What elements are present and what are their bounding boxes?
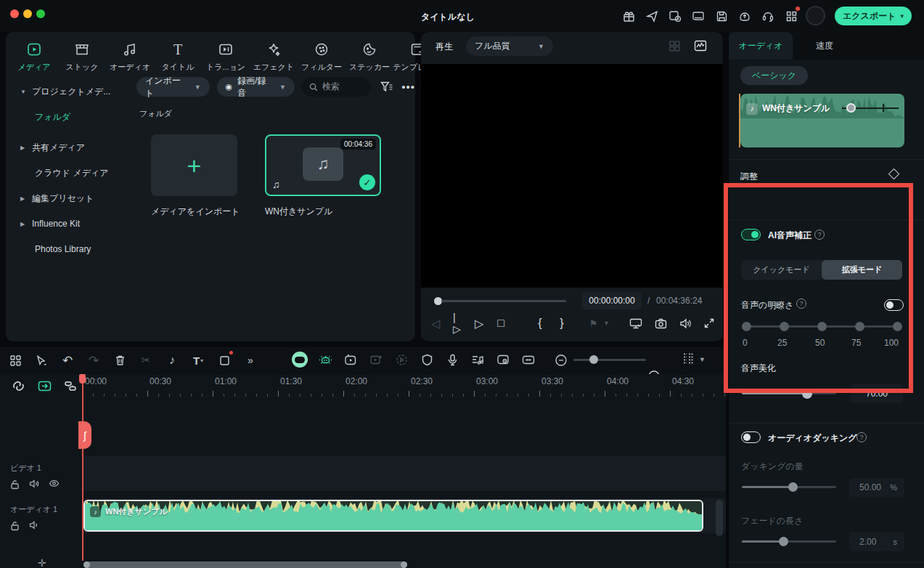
record-voiceover-icon[interactable] bbox=[444, 352, 460, 368]
export-button[interactable]: エクスポート▾ bbox=[835, 7, 912, 25]
tab-stock[interactable]: ストック bbox=[61, 36, 103, 73]
track-height-control[interactable]: ▼ bbox=[682, 352, 706, 366]
clip-volume-knob[interactable] bbox=[846, 103, 856, 113]
more-options-icon[interactable]: ••• bbox=[401, 81, 415, 93]
tab-audio-properties[interactable]: オーディオ bbox=[729, 32, 793, 60]
audio-ducking-toggle[interactable] bbox=[741, 431, 761, 443]
tab-speed[interactable]: 速度 bbox=[793, 32, 856, 60]
upload-share-icon[interactable] bbox=[737, 9, 752, 23]
gift-icon[interactable] bbox=[621, 9, 636, 23]
link-clips-icon[interactable] bbox=[36, 378, 52, 394]
mask-tool-icon[interactable] bbox=[216, 352, 232, 368]
playhead-handle[interactable] bbox=[79, 374, 86, 384]
keyframe-diamond-icon[interactable] bbox=[888, 169, 900, 180]
vertical-scrollbar[interactable] bbox=[716, 500, 723, 536]
mute-track-icon[interactable] bbox=[29, 521, 39, 531]
avatar[interactable] bbox=[806, 6, 825, 25]
add-clip-icon[interactable] bbox=[368, 352, 384, 368]
snapshot-icon[interactable] bbox=[655, 315, 667, 331]
extended-mode-button[interactable]: 拡張モード bbox=[822, 260, 902, 280]
magnetic-timeline-icon[interactable] bbox=[10, 378, 26, 394]
audio-stretch-icon[interactable] bbox=[470, 352, 486, 368]
ai-copilot-icon[interactable] bbox=[292, 352, 308, 368]
record-dropdown[interactable]: ◉録画/録音▼ bbox=[217, 77, 295, 97]
redo-icon[interactable]: ↷ bbox=[86, 352, 102, 368]
filter-icon[interactable] bbox=[378, 81, 394, 92]
mirror-display-icon[interactable] bbox=[629, 315, 642, 331]
sidebar-item-shared-media[interactable]: ▶共有メディア bbox=[12, 137, 122, 158]
headset-support-icon[interactable] bbox=[761, 9, 775, 23]
basic-chip[interactable]: ベーシック bbox=[740, 66, 808, 85]
horizontal-scrollbar[interactable] bbox=[83, 561, 407, 568]
workspace-layout-icon[interactable] bbox=[784, 9, 798, 23]
ai-voice-enhance-toggle[interactable] bbox=[741, 229, 761, 240]
sidebar-item-edit-presets[interactable]: ▶編集プリセット bbox=[12, 187, 122, 209]
marker-icon[interactable]: ⚑ bbox=[589, 315, 598, 331]
save-icon[interactable] bbox=[714, 9, 729, 23]
playhead-badge[interactable]: ʃ bbox=[78, 421, 91, 449]
text-tool-icon[interactable]: T▾ bbox=[190, 352, 206, 368]
quick-mode-button[interactable]: クイックモード bbox=[741, 260, 822, 280]
zoom-window-button[interactable] bbox=[36, 9, 45, 18]
quality-dropdown[interactable]: フル品質▼ bbox=[466, 36, 553, 56]
timeline-audio-clip[interactable]: ♪ WN付きサンプル bbox=[83, 500, 703, 532]
add-track-button[interactable]: ✛ bbox=[38, 557, 46, 568]
media-item-tile[interactable]: 00:04:36 ♫ ♫ ✓ bbox=[265, 134, 381, 196]
help-icon[interactable]: ? bbox=[856, 432, 867, 442]
timeline-ruler[interactable]: 00:00 00:30 01:00 01:30 02:00 02:30 03:0… bbox=[82, 374, 726, 397]
voice-clarity-slider[interactable] bbox=[742, 322, 899, 331]
help-icon[interactable]: ? bbox=[796, 299, 806, 309]
select-tool-icon[interactable] bbox=[33, 352, 49, 368]
zoom-knob[interactable] bbox=[589, 355, 598, 364]
tab-media[interactable]: メディア bbox=[13, 36, 55, 73]
volume-icon[interactable] bbox=[679, 315, 692, 331]
previous-frame-icon[interactable]: ◁ bbox=[431, 315, 441, 331]
playhead-line[interactable] bbox=[82, 374, 83, 561]
minimize-window-button[interactable] bbox=[23, 9, 32, 18]
video-viewport[interactable] bbox=[421, 64, 723, 288]
search-input[interactable]: 検索 bbox=[302, 77, 372, 97]
render-preview-icon[interactable] bbox=[393, 352, 409, 368]
slider-knob[interactable] bbox=[802, 389, 812, 399]
scopes-icon[interactable] bbox=[694, 40, 707, 52]
mark-in-icon[interactable]: { bbox=[536, 315, 545, 331]
shield-icon[interactable] bbox=[419, 352, 435, 368]
ai-assistant-icon[interactable] bbox=[317, 352, 333, 368]
multi-view-icon[interactable] bbox=[669, 40, 681, 52]
voice-clarity-toggle[interactable] bbox=[884, 299, 904, 311]
audio-tools-icon[interactable]: ♪ bbox=[164, 352, 180, 368]
track-manager-icon[interactable] bbox=[62, 378, 78, 394]
import-media-tile[interactable]: + bbox=[151, 134, 237, 196]
import-dropdown[interactable]: インポート▼ bbox=[136, 77, 210, 97]
send-feedback-icon[interactable] bbox=[645, 9, 659, 23]
video-track-lane[interactable] bbox=[82, 456, 726, 491]
lock-icon[interactable] bbox=[10, 521, 20, 531]
sidebar-item-folder[interactable]: フォルダ bbox=[12, 106, 122, 128]
current-timecode[interactable]: 00:00:00:00 bbox=[582, 292, 642, 309]
media-browser-icon[interactable] bbox=[7, 352, 23, 368]
mute-track-icon[interactable] bbox=[29, 479, 39, 490]
help-icon[interactable]: ? bbox=[814, 230, 825, 240]
split-scissors-icon[interactable]: ✂ bbox=[138, 352, 154, 368]
play-icon[interactable]: ▷ bbox=[475, 315, 484, 331]
screen-record-icon[interactable] bbox=[495, 352, 511, 368]
chevron-down-icon[interactable]: ▼ bbox=[602, 315, 611, 331]
touchbar-icon[interactable] bbox=[691, 9, 706, 23]
fullscreen-icon[interactable] bbox=[704, 315, 714, 331]
close-window-button[interactable] bbox=[10, 9, 19, 18]
undo-icon[interactable]: ↶ bbox=[60, 352, 75, 368]
voice-beautify-value[interactable]: 70.00 bbox=[851, 384, 903, 403]
sidebar-item-influence-kit[interactable]: ▶Influence Kit bbox=[12, 213, 122, 235]
stop-icon[interactable]: □ bbox=[496, 315, 506, 331]
more-tools-icon[interactable]: » bbox=[242, 352, 258, 368]
sidebar-item-cloud-media[interactable]: クラウド メディア bbox=[12, 162, 122, 184]
mark-out-icon[interactable]: } bbox=[557, 315, 566, 331]
sidebar-item-project-media[interactable]: ▼プロジェクトメデ... bbox=[12, 81, 122, 102]
quick-video-icon[interactable] bbox=[343, 352, 359, 368]
device-history-icon[interactable] bbox=[668, 9, 682, 23]
delete-icon[interactable] bbox=[112, 352, 128, 368]
scrubber-track[interactable] bbox=[441, 300, 566, 302]
zoom-out-icon[interactable] bbox=[553, 352, 569, 368]
voice-beautify-slider[interactable] bbox=[742, 389, 836, 399]
lock-icon[interactable] bbox=[10, 479, 20, 490]
